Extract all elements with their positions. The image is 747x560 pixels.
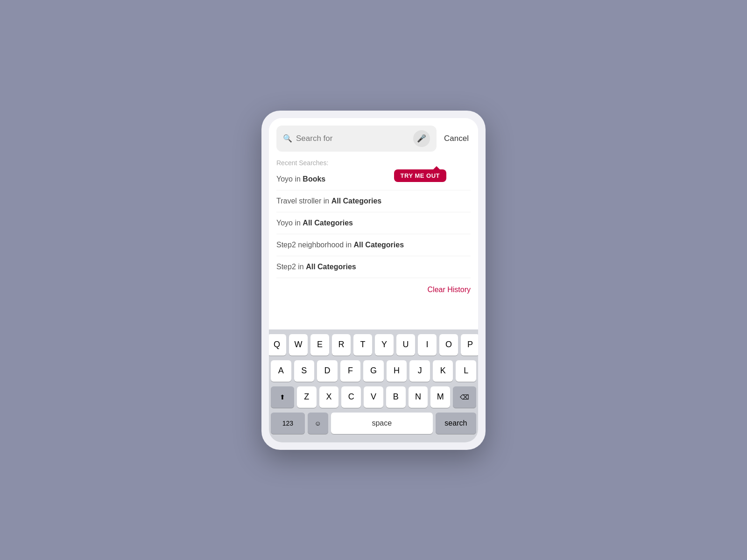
key-h[interactable]: H xyxy=(387,360,407,382)
phone-frame: 🔍 🎤 Cancel TRY ME OUT Recent Searches: Y… xyxy=(261,111,486,450)
key-c[interactable]: C xyxy=(341,386,361,408)
key-x[interactable]: X xyxy=(319,386,339,408)
try-me-bubble[interactable]: TRY ME OUT xyxy=(394,169,446,182)
search-query-bold: Books xyxy=(303,175,325,183)
search-icon: 🔍 xyxy=(283,134,292,143)
search-query-normal: Yoyo in xyxy=(276,175,303,183)
key-s[interactable]: S xyxy=(294,360,315,382)
recent-searches-label: Recent Searches: xyxy=(276,159,471,167)
key-l[interactable]: L xyxy=(456,360,476,382)
key-o[interactable]: O xyxy=(439,334,458,356)
list-item[interactable]: Yoyo in All Categories xyxy=(276,212,471,234)
search-query-bold: All Categories xyxy=(303,219,353,227)
mic-button[interactable]: 🎤 xyxy=(413,130,430,147)
search-query-normal: Yoyo in xyxy=(276,219,303,227)
mic-icon: 🎤 xyxy=(417,134,426,143)
search-query-normal: Step2 in xyxy=(276,263,306,271)
search-query-bold: All Categories xyxy=(306,263,356,271)
key-r[interactable]: R xyxy=(332,334,351,356)
emoji-key[interactable]: ☺ xyxy=(308,413,328,434)
search-query-normal: Step2 neighborhood in xyxy=(276,241,353,249)
key-k[interactable]: K xyxy=(433,360,453,382)
cancel-button[interactable]: Cancel xyxy=(442,132,471,145)
list-item[interactable]: Step2 in All Categories xyxy=(276,256,471,278)
key-n[interactable]: N xyxy=(409,386,428,408)
search-input[interactable] xyxy=(296,134,409,143)
key-m[interactable]: M xyxy=(430,386,450,408)
keyboard-row-3: ⬆ Z X C V B N M ⌫ xyxy=(271,386,476,408)
key-u[interactable]: U xyxy=(396,334,415,356)
search-bar-area: 🔍 🎤 Cancel xyxy=(269,118,478,152)
keyboard: Q W E R T Y U I O P A S D F G H J K xyxy=(269,329,478,442)
list-item[interactable]: Travel stroller in All Categories xyxy=(276,190,471,212)
keyboard-bottom-row: 123 ☺ space search xyxy=(271,413,476,434)
phone-screen: 🔍 🎤 Cancel TRY ME OUT Recent Searches: Y… xyxy=(269,118,478,442)
key-q[interactable]: Q xyxy=(269,334,286,356)
key-a[interactable]: A xyxy=(271,360,291,382)
key-b[interactable]: B xyxy=(386,386,406,408)
search-input-wrapper: 🔍 🎤 xyxy=(276,126,437,152)
key-p[interactable]: P xyxy=(461,334,478,356)
key-w[interactable]: W xyxy=(289,334,308,356)
content-spacer xyxy=(269,301,478,329)
space-key[interactable]: space xyxy=(331,413,433,434)
key-e[interactable]: E xyxy=(310,334,329,356)
key-t[interactable]: T xyxy=(353,334,372,356)
list-item[interactable]: Step2 neighborhood in All Categories xyxy=(276,234,471,256)
search-key[interactable]: search xyxy=(436,413,476,434)
key-d[interactable]: D xyxy=(317,360,338,382)
shift-key[interactable]: ⬆ xyxy=(271,386,294,408)
key-j[interactable]: J xyxy=(409,360,430,382)
key-g[interactable]: G xyxy=(363,360,384,382)
key-i[interactable]: I xyxy=(418,334,437,356)
clear-history-button[interactable]: Clear History xyxy=(428,286,471,294)
keyboard-row-2: A S D F G H J K L xyxy=(271,360,476,382)
key-y[interactable]: Y xyxy=(375,334,394,356)
key-v[interactable]: V xyxy=(364,386,383,408)
key-z[interactable]: Z xyxy=(297,386,317,408)
keyboard-row-1: Q W E R T Y U I O P xyxy=(271,334,476,356)
backspace-key[interactable]: ⌫ xyxy=(453,386,476,408)
clear-history-row: Clear History xyxy=(276,278,471,301)
recent-searches-section: Recent Searches: Yoyo in Books Travel st… xyxy=(269,152,478,301)
search-query-normal: Travel stroller in xyxy=(276,197,331,205)
key-f[interactable]: F xyxy=(340,360,361,382)
search-query-bold: All Categories xyxy=(331,197,382,205)
search-query-bold: All Categories xyxy=(353,241,404,249)
numbers-key[interactable]: 123 xyxy=(271,413,305,434)
